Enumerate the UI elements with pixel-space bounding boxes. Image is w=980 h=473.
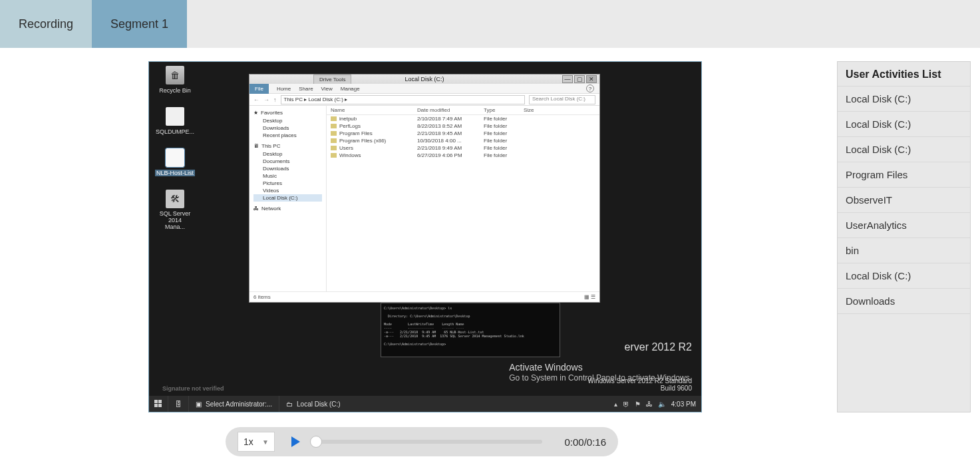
nav-item[interactable]: Pictures	[253, 180, 322, 187]
activity-item[interactable]: Local Disk (C:)	[838, 86, 970, 111]
file-explorer-window[interactable]: Drive Tools Local Disk (C:) — ▢ ✕ File H…	[249, 74, 600, 303]
folder-icon	[331, 138, 337, 143]
network-icon: 🖧	[253, 206, 259, 212]
nav-thispc[interactable]: This PC	[261, 143, 280, 149]
nav-item[interactable]: Downloads	[253, 124, 322, 132]
nav-network[interactable]: Network	[261, 206, 281, 212]
table-row[interactable]: inetpub2/10/2018 7:49 AMFile folder	[327, 115, 599, 122]
taskbar-clock[interactable]: 4:03 PM	[671, 400, 696, 408]
table-row[interactable]: Program Files2/21/2018 9:45 AMFile folde…	[327, 130, 599, 137]
col-name[interactable]: Name	[331, 107, 417, 113]
taskbar-item-admin[interactable]: ▣Select Administrator:...	[188, 396, 279, 412]
desktop-icons: 🗑 Recycle Bin SQLDUMPE... NLB-Host-List …	[158, 66, 192, 244]
nav-item[interactable]: Music	[253, 172, 322, 180]
column-headers[interactable]: Name Date modified Type Size	[327, 106, 599, 115]
tray-flag-icon[interactable]: ⚑	[635, 400, 641, 408]
search-input[interactable]: Search Local Disk (C:)	[529, 95, 595, 104]
speed-selector[interactable]: 1x ▼	[238, 432, 275, 452]
help-icon[interactable]: ?	[586, 84, 594, 92]
tray-shield-icon[interactable]: ⛨	[623, 400, 629, 408]
desktop-icon-recycle-bin[interactable]: 🗑 Recycle Bin	[158, 66, 192, 94]
pc-icon: 🖥	[253, 143, 259, 149]
drive-tools-tab[interactable]: Drive Tools	[313, 75, 351, 84]
file-name: Program Files (x86)	[339, 138, 386, 144]
folder-icon	[331, 124, 337, 128]
taskbar-item-localdisk[interactable]: 🗀Local Disk (C:)	[279, 396, 347, 412]
breadcrumb[interactable]: This PC ▸ Local Disk (C:) ▸	[281, 95, 526, 104]
console-window[interactable]: C:\Users\Administrator\Desktop> ls Direc…	[381, 303, 560, 357]
ribbon-manage[interactable]: Manage	[341, 86, 360, 92]
folder-icon	[331, 131, 337, 136]
nav-item-local-disk-c[interactable]: Local Disk (C:)	[253, 194, 322, 202]
file-size	[524, 138, 557, 144]
taskbar-server-manager[interactable]: 🗄	[168, 396, 188, 412]
activity-item[interactable]: Downloads	[838, 288, 970, 314]
close-button[interactable]: ✕	[586, 75, 597, 83]
start-button[interactable]	[149, 396, 168, 412]
chevron-down-icon: ▼	[262, 438, 269, 446]
app-icon: 🛠	[166, 190, 184, 208]
nav-up-icon[interactable]: ↑	[273, 96, 277, 103]
col-modified[interactable]: Date modified	[417, 107, 484, 113]
nav-favorites[interactable]: Favorites	[261, 110, 283, 116]
svg-rect-3	[158, 404, 162, 407]
file-type: File folder	[484, 130, 524, 136]
system-tray[interactable]: ▴ ⛨ ⚑ 🖧 🔈 4:03 PM	[609, 400, 701, 408]
file-size	[524, 123, 557, 129]
server-manager-icon: 🗄	[175, 400, 182, 408]
ribbon-bar: File Home Share View Manage ?	[249, 84, 599, 94]
tray-network-icon[interactable]: 🖧	[646, 400, 653, 408]
breadcrumb-text: This PC ▸ Local Disk (C:) ▸	[284, 96, 348, 102]
ribbon-file[interactable]: File	[249, 84, 269, 94]
svg-marker-4	[291, 436, 300, 447]
play-button[interactable]	[285, 432, 305, 452]
desktop-icon-sql-server[interactable]: 🛠 SQL Server 2014 Mana...	[158, 190, 192, 231]
desktop-icon-sqldumpe[interactable]: SQLDUMPE...	[158, 107, 192, 135]
table-row[interactable]: Windows6/27/2019 4:06 PMFile folder	[327, 152, 599, 159]
tray-sound-icon[interactable]: 🔈	[658, 400, 666, 408]
activity-item[interactable]: bin	[838, 237, 970, 263]
file-icon	[166, 148, 184, 167]
ribbon-share[interactable]: Share	[299, 86, 313, 92]
address-bar-row: ← → ↑ This PC ▸ Local Disk (C:) ▸ Search…	[249, 94, 599, 106]
explorer-file-list[interactable]: Name Date modified Type Size inetpub2/10…	[327, 106, 599, 291]
nav-item[interactable]: Documents	[253, 158, 322, 165]
nav-item[interactable]: Desktop	[253, 117, 322, 124]
speed-value: 1x	[244, 436, 253, 447]
nav-item[interactable]: Downloads	[253, 165, 322, 172]
desktop-icon-nlb-host-list[interactable]: NLB-Host-List	[158, 148, 192, 176]
explorer-nav-pane[interactable]: ★Favorites Desktop Downloads Recent plac…	[249, 106, 327, 291]
progress-thumb[interactable]	[310, 436, 322, 448]
taskbar[interactable]: 🗄 ▣Select Administrator:... 🗀Local Disk …	[149, 396, 701, 412]
tab-segment-1[interactable]: Segment 1	[92, 0, 187, 48]
file-size	[524, 145, 557, 151]
table-row[interactable]: PerfLogs8/22/2013 8:52 AMFile folder	[327, 122, 599, 130]
minimize-button[interactable]: —	[562, 75, 573, 83]
view-toggle-icon[interactable]: ▦ ☰	[584, 294, 595, 300]
nav-item[interactable]: Videos	[253, 187, 322, 194]
nav-item[interactable]: Desktop	[253, 150, 322, 158]
nav-item[interactable]: Recent places	[253, 132, 322, 139]
activity-item[interactable]: Local Disk (C:)	[838, 111, 970, 136]
ribbon-home[interactable]: Home	[277, 86, 291, 92]
col-size[interactable]: Size	[524, 107, 557, 113]
activity-item[interactable]: Local Disk (C:)	[838, 136, 970, 162]
nav-back-icon[interactable]: ←	[253, 96, 259, 103]
activity-item[interactable]: ObserveIT	[838, 187, 970, 212]
build-text: Build 9600	[587, 385, 692, 392]
maximize-button[interactable]: ▢	[574, 75, 585, 83]
activity-item[interactable]: Local Disk (C:)	[838, 263, 970, 288]
table-row[interactable]: Users2/21/2018 9:49 AMFile folder	[327, 144, 599, 152]
col-type[interactable]: Type	[484, 107, 524, 113]
ribbon-view[interactable]: View	[321, 86, 333, 92]
recording-viewer[interactable]: 🗑 Recycle Bin SQLDUMPE... NLB-Host-List …	[148, 61, 702, 412]
activity-item[interactable]: UserAnalytics	[838, 212, 970, 237]
tab-recording[interactable]: Recording	[0, 0, 92, 48]
tray-up-icon[interactable]: ▴	[614, 400, 617, 408]
window-titlebar[interactable]: Local Disk (C:) — ▢ ✕	[249, 75, 599, 84]
nav-fwd-icon[interactable]: →	[263, 96, 269, 103]
table-row[interactable]: Program Files (x86)10/30/2018 4:00 ...Fi…	[327, 137, 599, 144]
activity-item[interactable]: Program Files	[838, 162, 970, 187]
console-text: C:\Users\Administrator\Desktop> ls Direc…	[384, 306, 557, 346]
progress-track[interactable]	[316, 440, 542, 444]
